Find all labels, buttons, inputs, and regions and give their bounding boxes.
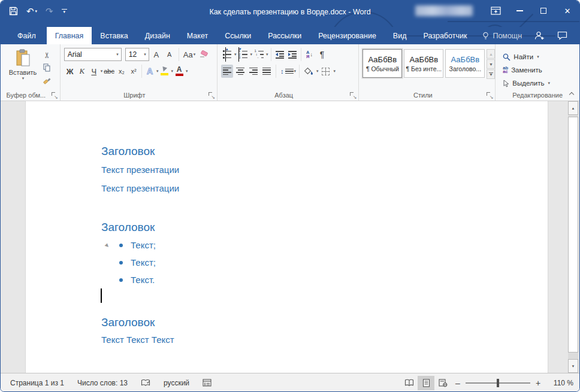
vertical-scrollbar[interactable]: ▲ ▼ (568, 101, 578, 373)
document-heading[interactable]: Заголовок (101, 221, 155, 234)
chevron-down-icon[interactable]: ▾ (250, 52, 253, 57)
language-indicator[interactable]: русский (164, 379, 189, 387)
macro-record-icon[interactable] (203, 379, 212, 387)
zoom-in-button[interactable]: + (531, 378, 545, 388)
font-dialog-launcher[interactable]: ↘ (209, 92, 215, 98)
scrollbar-thumb[interactable] (568, 117, 578, 353)
undo-button[interactable]: ↶▾ (26, 7, 37, 16)
bullets-button[interactable] (221, 48, 233, 61)
print-layout-button[interactable] (418, 376, 434, 390)
grow-font-button[interactable]: А▲ (150, 48, 162, 61)
shrink-font-button[interactable]: А▼ (164, 48, 176, 61)
redo-button[interactable]: ↷ (46, 7, 53, 16)
style-normal[interactable]: АаБбВв ¶ Обычный (362, 49, 402, 78)
multilevel-list-button[interactable]: 1i- (253, 48, 265, 61)
cut-icon[interactable]: ✂ (42, 50, 52, 60)
document-heading[interactable]: Заголовок (101, 145, 155, 158)
chevron-down-icon[interactable]: ▾ (186, 69, 188, 74)
zoom-out-button[interactable]: – (451, 378, 464, 388)
proofing-status-icon[interactable] (141, 379, 150, 387)
tab-review[interactable]: Рецензирование (310, 27, 385, 44)
tab-layout[interactable]: Макет (179, 27, 216, 44)
read-mode-button[interactable] (401, 376, 418, 390)
replace-button[interactable]: abac Заменить (503, 63, 579, 77)
close-button[interactable]: ✕ (555, 1, 579, 20)
scroll-down-button[interactable]: ▼ (568, 359, 578, 373)
style-no-spacing[interactable]: АаБбВв ¶ Без инте... (404, 49, 443, 78)
style-heading1[interactable]: АаБбВв Заголово... (445, 49, 485, 78)
tab-developer[interactable]: Разработчик (415, 27, 475, 44)
tab-view[interactable]: Вид (385, 27, 415, 44)
page-count[interactable]: Страница 1 из 1 (10, 379, 64, 387)
numbering-button[interactable]: 123 (237, 48, 249, 61)
align-left-button[interactable] (221, 65, 233, 78)
tab-insert[interactable]: Вставка (92, 27, 136, 44)
scroll-up-button[interactable]: ▲ (568, 101, 578, 115)
subscript-button[interactable]: х₂ (116, 65, 128, 78)
zoom-slider[interactable] (466, 379, 530, 387)
clear-formatting-button[interactable] (198, 48, 210, 61)
customize-qat-button[interactable]: ▾ (62, 9, 67, 14)
copy-icon[interactable] (41, 63, 52, 72)
chevron-down-icon[interactable]: ▾ (234, 52, 237, 57)
line-spacing-button[interactable]: ↕ (279, 65, 292, 78)
font-size-combobox[interactable]: 12 ▾ (125, 48, 149, 61)
chevron-down-icon[interactable]: ▾ (156, 69, 159, 74)
ribbon-display-options-button[interactable] (484, 1, 508, 20)
align-right-button[interactable] (247, 65, 259, 78)
maximize-button[interactable] (531, 1, 555, 20)
web-layout-button[interactable] (434, 376, 451, 390)
decrease-indent-button[interactable] (274, 48, 286, 61)
tab-references[interactable]: Ссылки (216, 27, 259, 44)
text-effects-button[interactable]: А (144, 65, 156, 78)
increase-indent-button[interactable] (286, 48, 298, 61)
document-paragraph[interactable]: Текст презентации (101, 183, 179, 193)
bullet-list-item[interactable]: Текст; (119, 257, 156, 268)
styles-dialog-launcher[interactable]: ↘ (487, 92, 493, 98)
strikethrough-button[interactable]: abc (102, 65, 116, 78)
tab-file[interactable]: Файл (7, 27, 47, 44)
underline-button[interactable]: Ч (88, 65, 100, 78)
change-case-button[interactable]: Аа▾ (182, 48, 197, 61)
styles-more-button[interactable]: ▼ (487, 69, 495, 79)
bullet-list-item[interactable]: Текст. (119, 275, 155, 285)
document-paragraph[interactable]: Текст Текст Текст (101, 335, 174, 345)
comments-icon[interactable] (553, 28, 571, 44)
format-painter-icon[interactable] (41, 75, 52, 85)
tell-me-helper[interactable]: Помощн (475, 27, 529, 44)
save-icon[interactable] (9, 7, 18, 16)
superscript-button[interactable]: х² (128, 65, 140, 78)
tab-design[interactable]: Дизайн (137, 27, 179, 44)
collapse-ribbon-button[interactable] (569, 91, 574, 96)
bold-button[interactable]: Ж (64, 65, 76, 78)
tab-home[interactable]: Главная (47, 27, 92, 44)
find-button[interactable]: Найти ▾ (503, 50, 579, 63)
document-page[interactable]: Заголовок Текст презентации Текст презен… (25, 101, 548, 373)
chevron-down-icon[interactable]: ▾ (266, 52, 268, 57)
document-paragraph[interactable]: Текст презентации (101, 165, 179, 175)
tab-mailings[interactable]: Рассылки (259, 27, 310, 44)
shading-button[interactable] (303, 65, 315, 78)
sort-button[interactable]: АЯ ↓ (304, 48, 316, 61)
italic-button[interactable]: К (76, 65, 88, 78)
zoom-slider-handle[interactable] (497, 379, 499, 387)
share-person-add-icon[interactable] (530, 28, 548, 44)
font-color-button[interactable]: А (173, 65, 185, 78)
paragraph-dialog-launcher[interactable]: ↘ (350, 92, 356, 98)
align-center-button[interactable] (234, 65, 246, 78)
font-family-combobox[interactable]: Arial ▾ (64, 48, 122, 61)
chevron-down-icon[interactable]: ▾ (316, 69, 319, 74)
styles-scroll-down[interactable]: ▼ (487, 59, 495, 69)
text-highlight-button[interactable] (159, 65, 171, 78)
select-button[interactable]: Выделить ▾ (503, 77, 579, 90)
show-paragraph-marks-button[interactable]: ¶ (316, 48, 328, 61)
styles-scroll-up[interactable]: ▲ (487, 49, 495, 59)
borders-button[interactable] (320, 65, 332, 78)
zoom-level[interactable]: 110 % (545, 379, 573, 387)
chevron-down-icon[interactable]: ▾ (334, 69, 336, 74)
bullet-list-item[interactable]: Текст; (119, 240, 156, 250)
heading-collapse-triangle-icon[interactable]: ▶ (104, 242, 111, 249)
minimize-button[interactable] (508, 1, 531, 20)
clipboard-dialog-launcher[interactable]: ↘ (52, 92, 58, 98)
word-count[interactable]: Число слов: 13 (77, 379, 128, 387)
